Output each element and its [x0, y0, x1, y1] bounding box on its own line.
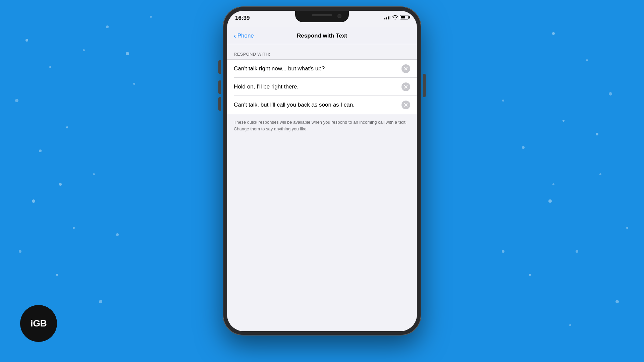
battery-fill: [401, 16, 405, 18]
svg-point-18: [562, 120, 565, 122]
svg-point-7: [73, 227, 75, 229]
svg-point-16: [586, 59, 588, 61]
battery-tip: [409, 16, 410, 18]
list-item: Can't talk right now... but what's up?: [227, 60, 417, 78]
igb-logo: iGB: [20, 305, 57, 342]
scene: 16:39: [171, 0, 473, 362]
svg-point-24: [529, 274, 531, 276]
svg-point-20: [599, 173, 601, 175]
svg-point-19: [522, 146, 525, 149]
close-icon-2: [404, 84, 408, 89]
delete-button-2[interactable]: [401, 82, 410, 91]
signal-bars: [384, 15, 390, 19]
iphone-frame: 16:39: [223, 7, 421, 335]
response-text-3: Can't talk, but I'll call you back as so…: [234, 101, 401, 109]
signal-bar-4: [389, 16, 390, 19]
response-text-2: Hold on, I'll be right there.: [234, 83, 401, 90]
svg-point-1: [49, 66, 51, 68]
svg-point-12: [106, 25, 109, 28]
svg-point-5: [93, 173, 95, 175]
response-text-1: Can't talk right now... but what's up?: [234, 65, 401, 72]
svg-point-32: [552, 183, 554, 185]
svg-point-10: [99, 300, 102, 303]
svg-point-13: [150, 16, 152, 18]
svg-point-34: [596, 133, 598, 135]
iphone-screen: 16:39: [227, 11, 417, 331]
svg-point-33: [59, 183, 62, 186]
signal-bar-2: [386, 17, 387, 19]
svg-point-22: [626, 227, 628, 229]
svg-point-8: [19, 250, 21, 253]
delete-button-1[interactable]: [401, 64, 410, 73]
signal-bar-3: [388, 16, 389, 19]
battery-icon: [400, 15, 410, 19]
svg-point-25: [615, 300, 619, 303]
back-chevron-icon: ‹: [234, 32, 236, 39]
svg-point-2: [15, 99, 18, 102]
svg-point-30: [502, 250, 504, 253]
svg-point-31: [83, 49, 85, 51]
response-list: Can't talk right now... but what's up? H…: [227, 59, 417, 114]
footer-description: These quick responses will be available …: [227, 114, 417, 132]
battery-body: [400, 15, 409, 19]
page-title: Respond with Text: [297, 33, 347, 39]
delete-button-3[interactable]: [401, 101, 410, 109]
svg-point-14: [126, 52, 129, 55]
svg-point-17: [609, 92, 612, 96]
svg-point-9: [56, 274, 58, 276]
svg-point-23: [576, 250, 578, 253]
signal-bar-1: [384, 18, 385, 19]
svg-point-26: [569, 324, 571, 326]
section-header: RESPOND WITH:: [227, 44, 417, 59]
notch-camera: [337, 14, 341, 18]
wifi-icon: [392, 15, 398, 19]
list-item: Can't talk, but I'll call you back as so…: [227, 96, 417, 114]
back-label: Phone: [237, 33, 254, 39]
close-icon-1: [404, 66, 408, 71]
svg-point-0: [25, 39, 28, 42]
svg-point-29: [116, 233, 119, 236]
nav-bar: ‹ Phone Respond with Text: [227, 27, 417, 44]
igb-logo-text: iGB: [31, 318, 47, 329]
svg-point-6: [32, 199, 35, 203]
svg-point-28: [502, 100, 504, 102]
notch: [295, 11, 349, 22]
status-icons: [384, 15, 410, 19]
close-icon-3: [404, 103, 408, 107]
list-item: Hold on, I'll be right there.: [227, 78, 417, 96]
svg-point-27: [133, 83, 135, 85]
content-area: RESPOND WITH: Can't talk right now... bu…: [227, 44, 417, 331]
svg-point-3: [66, 126, 68, 128]
notch-speaker: [312, 14, 332, 16]
svg-point-21: [548, 199, 552, 203]
svg-point-15: [552, 32, 555, 35]
svg-point-4: [39, 149, 42, 152]
